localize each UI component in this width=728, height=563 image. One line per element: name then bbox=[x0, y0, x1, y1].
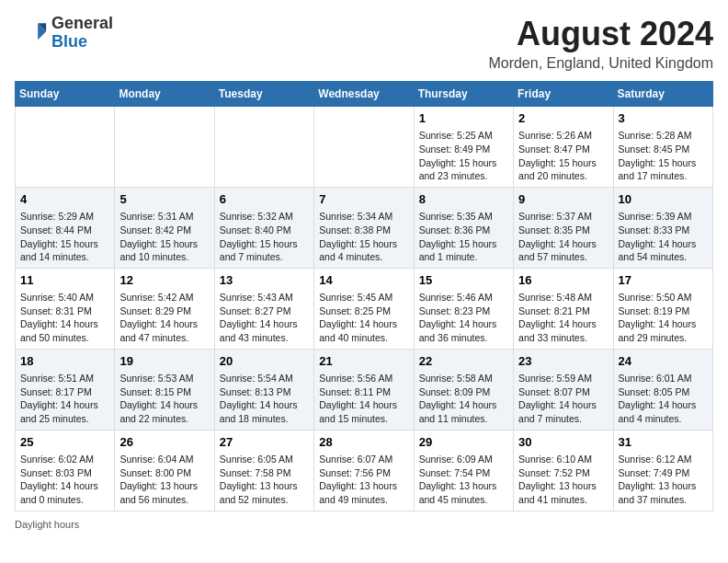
day-info: Sunrise: 5:26 AM Sunset: 8:47 PM Dayligh… bbox=[518, 129, 608, 183]
day-info: Sunrise: 6:12 AM Sunset: 7:49 PM Dayligh… bbox=[619, 453, 708, 507]
day-info: Sunrise: 6:01 AM Sunset: 8:05 PM Dayligh… bbox=[619, 372, 708, 426]
day-number: 4 bbox=[20, 191, 109, 208]
calendar-cell: 9Sunrise: 5:37 AM Sunset: 8:35 PM Daylig… bbox=[514, 187, 613, 268]
calendar-cell: 23Sunrise: 5:59 AM Sunset: 8:07 PM Dayli… bbox=[514, 349, 613, 430]
day-info: Sunrise: 5:53 AM Sunset: 8:15 PM Dayligh… bbox=[119, 372, 209, 426]
day-info: Sunrise: 5:29 AM Sunset: 8:44 PM Dayligh… bbox=[20, 210, 109, 264]
calendar-cell: 26Sunrise: 6:04 AM Sunset: 8:00 PM Dayli… bbox=[115, 430, 214, 511]
day-info: Sunrise: 5:42 AM Sunset: 8:29 PM Dayligh… bbox=[119, 291, 209, 345]
day-number: 7 bbox=[319, 191, 408, 208]
day-number: 15 bbox=[419, 272, 508, 289]
day-info: Sunrise: 5:56 AM Sunset: 8:11 PM Dayligh… bbox=[319, 372, 408, 426]
calendar-cell: 29Sunrise: 6:09 AM Sunset: 7:54 PM Dayli… bbox=[414, 430, 513, 511]
calendar-cell: 1Sunrise: 5:25 AM Sunset: 8:49 PM Daylig… bbox=[414, 107, 513, 188]
day-header-friday: Friday bbox=[514, 82, 613, 107]
calendar-cell: 27Sunrise: 6:05 AM Sunset: 7:58 PM Dayli… bbox=[214, 430, 313, 511]
day-number: 12 bbox=[119, 272, 209, 289]
calendar-cell: 28Sunrise: 6:07 AM Sunset: 7:56 PM Dayli… bbox=[314, 430, 414, 511]
logo-text: General Blue bbox=[51, 15, 113, 52]
logo: General Blue bbox=[15, 15, 113, 52]
day-info: Sunrise: 5:32 AM Sunset: 8:40 PM Dayligh… bbox=[220, 210, 309, 264]
day-number: 6 bbox=[220, 191, 309, 208]
day-number: 19 bbox=[119, 353, 209, 370]
day-number: 23 bbox=[518, 353, 608, 370]
day-number: 1 bbox=[419, 110, 508, 127]
calendar-cell: 10Sunrise: 5:39 AM Sunset: 8:33 PM Dayli… bbox=[613, 187, 712, 268]
day-info: Sunrise: 6:02 AM Sunset: 8:03 PM Dayligh… bbox=[20, 453, 109, 507]
day-number: 9 bbox=[518, 191, 608, 208]
day-info: Sunrise: 6:07 AM Sunset: 7:56 PM Dayligh… bbox=[319, 453, 408, 507]
day-info: Sunrise: 5:50 AM Sunset: 8:19 PM Dayligh… bbox=[619, 291, 708, 345]
day-number: 24 bbox=[619, 353, 708, 370]
calendar-cell: 16Sunrise: 5:48 AM Sunset: 8:21 PM Dayli… bbox=[514, 268, 613, 349]
day-info: Sunrise: 6:09 AM Sunset: 7:54 PM Dayligh… bbox=[419, 453, 508, 507]
day-number: 18 bbox=[20, 353, 109, 370]
title-area: August 2024 Morden, England, United King… bbox=[488, 15, 713, 72]
day-header-tuesday: Tuesday bbox=[214, 82, 313, 107]
day-number: 29 bbox=[419, 434, 508, 451]
day-number: 10 bbox=[619, 191, 708, 208]
day-number: 5 bbox=[119, 191, 209, 208]
calendar-cell: 2Sunrise: 5:26 AM Sunset: 8:47 PM Daylig… bbox=[514, 107, 613, 188]
calendar-cell: 5Sunrise: 5:31 AM Sunset: 8:42 PM Daylig… bbox=[115, 187, 214, 268]
calendar-cell bbox=[115, 107, 214, 188]
day-number: 13 bbox=[220, 272, 309, 289]
day-info: Sunrise: 5:25 AM Sunset: 8:49 PM Dayligh… bbox=[419, 129, 508, 183]
day-header-saturday: Saturday bbox=[613, 82, 712, 107]
calendar-cell: 12Sunrise: 5:42 AM Sunset: 8:29 PM Dayli… bbox=[115, 268, 214, 349]
logo-icon bbox=[15, 17, 48, 50]
calendar-cell: 11Sunrise: 5:40 AM Sunset: 8:31 PM Dayli… bbox=[16, 268, 115, 349]
day-info: Sunrise: 5:37 AM Sunset: 8:35 PM Dayligh… bbox=[518, 210, 608, 264]
calendar-cell: 4Sunrise: 5:29 AM Sunset: 8:44 PM Daylig… bbox=[16, 187, 115, 268]
day-number: 20 bbox=[220, 353, 309, 370]
day-number: 14 bbox=[319, 272, 408, 289]
day-number: 22 bbox=[419, 353, 508, 370]
day-info: Sunrise: 5:35 AM Sunset: 8:36 PM Dayligh… bbox=[419, 210, 508, 264]
day-info: Sunrise: 5:39 AM Sunset: 8:33 PM Dayligh… bbox=[619, 210, 708, 264]
calendar-cell: 19Sunrise: 5:53 AM Sunset: 8:15 PM Dayli… bbox=[115, 349, 214, 430]
day-number: 28 bbox=[319, 434, 408, 451]
calendar-cell: 14Sunrise: 5:45 AM Sunset: 8:25 PM Dayli… bbox=[314, 268, 414, 349]
day-number: 25 bbox=[20, 434, 109, 451]
day-info: Sunrise: 6:05 AM Sunset: 7:58 PM Dayligh… bbox=[220, 453, 309, 507]
day-info: Sunrise: 5:58 AM Sunset: 8:09 PM Dayligh… bbox=[419, 372, 508, 426]
day-number: 21 bbox=[319, 353, 408, 370]
calendar-cell: 31Sunrise: 6:12 AM Sunset: 7:49 PM Dayli… bbox=[613, 430, 712, 511]
day-header-monday: Monday bbox=[115, 82, 214, 107]
week-row-5: 25Sunrise: 6:02 AM Sunset: 8:03 PM Dayli… bbox=[16, 430, 713, 511]
calendar-cell: 24Sunrise: 6:01 AM Sunset: 8:05 PM Dayli… bbox=[613, 349, 712, 430]
day-number: 8 bbox=[419, 191, 508, 208]
calendar-cell: 22Sunrise: 5:58 AM Sunset: 8:09 PM Dayli… bbox=[414, 349, 513, 430]
day-header-thursday: Thursday bbox=[414, 82, 513, 107]
day-header-wednesday: Wednesday bbox=[314, 82, 414, 107]
day-number: 31 bbox=[619, 434, 708, 451]
calendar-cell: 25Sunrise: 6:02 AM Sunset: 8:03 PM Dayli… bbox=[16, 430, 115, 511]
calendar-cell bbox=[314, 107, 414, 188]
week-row-3: 11Sunrise: 5:40 AM Sunset: 8:31 PM Dayli… bbox=[16, 268, 713, 349]
day-info: Sunrise: 5:28 AM Sunset: 8:45 PM Dayligh… bbox=[619, 129, 708, 183]
calendar-cell: 20Sunrise: 5:54 AM Sunset: 8:13 PM Dayli… bbox=[214, 349, 313, 430]
header-row: SundayMondayTuesdayWednesdayThursdayFrid… bbox=[16, 82, 713, 107]
calendar-cell bbox=[16, 107, 115, 188]
day-info: Sunrise: 5:54 AM Sunset: 8:13 PM Dayligh… bbox=[220, 372, 309, 426]
day-number: 17 bbox=[619, 272, 708, 289]
header: General Blue August 2024 Morden, England… bbox=[15, 15, 713, 72]
day-number: 2 bbox=[518, 110, 608, 127]
day-info: Sunrise: 5:31 AM Sunset: 8:42 PM Dayligh… bbox=[119, 210, 209, 264]
calendar-table: SundayMondayTuesdayWednesdayThursdayFrid… bbox=[15, 81, 713, 511]
calendar-cell: 18Sunrise: 5:51 AM Sunset: 8:17 PM Dayli… bbox=[16, 349, 115, 430]
calendar-cell: 30Sunrise: 6:10 AM Sunset: 7:52 PM Dayli… bbox=[514, 430, 613, 511]
week-row-4: 18Sunrise: 5:51 AM Sunset: 8:17 PM Dayli… bbox=[16, 349, 713, 430]
week-row-2: 4Sunrise: 5:29 AM Sunset: 8:44 PM Daylig… bbox=[16, 187, 713, 268]
day-info: Sunrise: 5:59 AM Sunset: 8:07 PM Dayligh… bbox=[518, 372, 608, 426]
calendar-cell: 15Sunrise: 5:46 AM Sunset: 8:23 PM Dayli… bbox=[414, 268, 513, 349]
day-info: Sunrise: 5:48 AM Sunset: 8:21 PM Dayligh… bbox=[518, 291, 608, 345]
day-info: Sunrise: 5:34 AM Sunset: 8:38 PM Dayligh… bbox=[319, 210, 408, 264]
calendar-cell: 6Sunrise: 5:32 AM Sunset: 8:40 PM Daylig… bbox=[214, 187, 313, 268]
day-info: Sunrise: 5:43 AM Sunset: 8:27 PM Dayligh… bbox=[220, 291, 309, 345]
day-number: 27 bbox=[220, 434, 309, 451]
day-info: Sunrise: 6:04 AM Sunset: 8:00 PM Dayligh… bbox=[119, 453, 209, 507]
day-number: 11 bbox=[20, 272, 109, 289]
day-info: Sunrise: 5:40 AM Sunset: 8:31 PM Dayligh… bbox=[20, 291, 109, 345]
day-info: Sunrise: 5:46 AM Sunset: 8:23 PM Dayligh… bbox=[419, 291, 508, 345]
